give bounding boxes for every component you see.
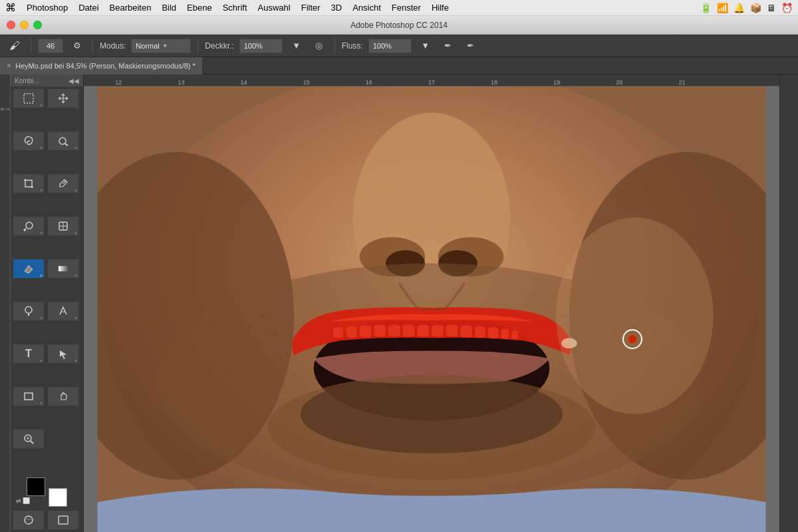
view-mode-buttons [11, 511, 83, 532]
traffic-lights [7, 21, 42, 29]
tool-marquee[interactable]: ▸ [13, 89, 44, 108]
toolbox: Kombi... ◀◀ ▸ ▸ ▸ ▸ [11, 74, 84, 532]
menu-filter[interactable]: Filter [301, 3, 321, 13]
tool-path-select[interactable]: ▸ [48, 344, 78, 363]
ruler-tick-15: 15 [303, 79, 310, 86]
brush-size-input[interactable]: 46 [38, 39, 63, 53]
color-swatches: ⇄ ⬜ [11, 473, 83, 511]
toolbox-collapse-icon[interactable]: ◀◀ [68, 77, 79, 84]
foreground-color-swatch[interactable] [27, 477, 45, 496]
mode-label: Modus: [100, 41, 126, 51]
menu-bearbeiten[interactable]: Bearbeiten [110, 3, 152, 13]
svg-line-12 [31, 441, 33, 444]
ruler-top: 12 13 14 15 16 17 18 19 20 21 [84, 74, 779, 86]
svg-point-1 [59, 138, 66, 144]
tool-eraser[interactable]: ▸ [13, 259, 44, 278]
divider-2 [92, 39, 93, 53]
svg-point-4 [26, 222, 33, 229]
document-tab[interactable]: × HeyMo.psd bei 84,5% (Person, Maskierun… [0, 57, 203, 74]
menu-ebene[interactable]: Ebene [187, 3, 212, 13]
minimize-button[interactable] [20, 21, 29, 29]
tool-type[interactable]: T ▸ [13, 344, 44, 363]
main-layout: 1516171819 Kombi... ◀◀ ▸ ▸ ▸ [0, 74, 798, 532]
menu-bild[interactable]: Bild [162, 3, 176, 13]
close-button[interactable] [7, 21, 15, 29]
tool-lasso[interactable]: ▸ [13, 132, 44, 150]
brush-tool-icon[interactable]: 🖌 [5, 37, 24, 55]
mode-dropdown-arrow: ▼ [162, 43, 168, 49]
svg-point-69 [268, 375, 596, 480]
canvas-area[interactable]: 12 13 14 15 16 17 18 19 20 21 [84, 74, 779, 532]
right-panel [779, 74, 798, 532]
flow-label: Fluss: [342, 41, 363, 51]
opacity-arrow-icon[interactable]: ▼ [288, 39, 305, 53]
svg-rect-0 [24, 94, 33, 103]
quick-mask-button[interactable] [13, 511, 44, 529]
doc-tab-close[interactable]: × [7, 61, 11, 70]
svg-rect-10 [25, 393, 33, 400]
ruler-tick-14: 14 [241, 79, 247, 86]
menu-3d[interactable]: 3D [331, 3, 342, 13]
menu-datei[interactable]: Datei [78, 3, 98, 13]
flow-input[interactable]: 100% [368, 39, 412, 53]
tool-dodge[interactable]: ▸ [13, 302, 44, 321]
battery-icon: 🔋 [700, 3, 712, 13]
menu-schrift[interactable]: Schrift [223, 3, 247, 13]
tool-eyedropper[interactable]: ▸ [48, 174, 78, 193]
mode-dropdown[interactable]: Normal ▼ [131, 39, 191, 53]
tool-crop[interactable]: ▸ [13, 174, 44, 193]
title-bar-text: Adobe Photoshop CC 2014 [350, 21, 448, 30]
menu-auswahl[interactable]: Auswahl [258, 3, 291, 13]
toolbox-label: Kombi... [15, 77, 39, 84]
svg-rect-71 [84, 86, 98, 532]
menu-bar: ⌘ Photoshop Datei Bearbeiten Bild Ebene … [0, 0, 798, 16]
pen-pressure-icon[interactable]: ✒ [440, 39, 457, 53]
apple-menu[interactable]: ⌘ [5, 1, 16, 14]
tool-rect-shape[interactable]: ▸ [13, 387, 44, 406]
tool-patch[interactable]: ▸ [48, 217, 78, 235]
doc-tab-bar: × HeyMo.psd bei 84,5% (Person, Maskierun… [0, 57, 798, 74]
svg-line-2 [65, 144, 68, 146]
screen-mode-button[interactable] [48, 511, 78, 529]
tools-grid: ▸ ▸ ▸ ▸ ▸ [11, 86, 83, 473]
title-bar: Adobe Photoshop CC 2014 [0, 16, 798, 35]
airbrush-icon[interactable]: ◎ [311, 39, 328, 53]
brush-settings-icon[interactable]: ⚙ [68, 39, 86, 53]
menu-fenster[interactable]: Fenster [392, 3, 421, 13]
svg-line-5 [24, 229, 26, 231]
tool-zoom[interactable] [13, 430, 44, 448]
divider-4 [334, 39, 335, 53]
tool-hand[interactable] [48, 387, 78, 406]
svg-rect-7 [59, 266, 68, 271]
tool-gradient[interactable]: ▸ [48, 259, 78, 278]
ruler-tick-18: 18 [491, 79, 497, 86]
opacity-input[interactable]: 100% [239, 39, 283, 53]
tool-move[interactable] [48, 89, 78, 108]
canvas-image [84, 86, 779, 532]
ruler-left: 1516171819 [0, 74, 11, 532]
divider-1 [31, 39, 31, 53]
canvas-svg [84, 86, 779, 532]
ruler-tick-17: 17 [428, 79, 435, 86]
dropbox-icon: 📦 [750, 3, 761, 13]
ruler-numbers: 12 13 14 15 16 17 18 19 20 21 [84, 74, 779, 86]
flow-arrow-icon[interactable]: ▼ [417, 39, 434, 53]
menu-bar-right-icons: 🔋 📶 🔔 📦 🖥 ⏰ [700, 3, 793, 13]
svg-line-3 [63, 181, 66, 184]
menu-hilfe[interactable]: Hilfe [432, 3, 449, 13]
background-color-swatch[interactable] [49, 488, 67, 507]
toolbox-header: Kombi... ◀◀ [11, 74, 83, 86]
menu-photoshop[interactable]: Photoshop [27, 3, 68, 13]
tool-quick-select[interactable]: ▸ [48, 132, 78, 150]
time-icon: ⏰ [781, 3, 793, 13]
maximize-button[interactable] [33, 21, 42, 29]
pen-pressure2-icon[interactable]: ✒ [462, 39, 479, 53]
menu-ansicht[interactable]: Ansicht [352, 3, 381, 13]
tool-spot-heal[interactable]: ▸ [13, 217, 44, 235]
ruler-tick-13: 13 [178, 79, 184, 86]
ruler-tick-19: 19 [553, 79, 560, 86]
svg-point-8 [25, 307, 32, 313]
tool-pen[interactable]: ▸ [48, 302, 78, 321]
svg-point-70 [556, 217, 713, 414]
opacity-label: Deckkr.: [205, 41, 233, 51]
